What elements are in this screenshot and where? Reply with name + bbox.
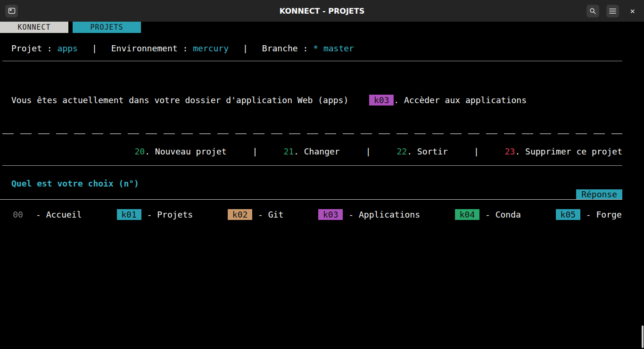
status-line: Projet : apps|Environnement : mercury|Br… [11, 43, 644, 54]
divider-line [2, 165, 622, 166]
status-label: Branche : [262, 43, 313, 53]
window-header: KONNECT - PROJETS ✕ [0, 0, 644, 22]
menu-option: 20. Nouveau projet [135, 146, 227, 156]
tab-projets[interactable]: PROJETS [73, 22, 141, 33]
message-text: Vous êtes actuellement dans votre dossie… [11, 95, 348, 105]
tab-bar: KONNECTPROJETS [0, 22, 644, 33]
status-value: mercury [193, 43, 229, 53]
shortcut-item: k03- Applications [318, 209, 420, 220]
shortcut-item: 00- Accueil [6, 209, 82, 220]
shortcut-label: - Applications [348, 210, 420, 219]
tab-konnect[interactable]: KONNECT [0, 22, 68, 33]
hamburger-icon [609, 8, 616, 14]
shortcut-key: k05 [556, 209, 580, 220]
shortcut-item: k05- Forge [556, 209, 622, 220]
shortcut-key: k04 [455, 209, 479, 220]
status-value: * master [313, 43, 354, 53]
message-text: . Accèder aux applications [394, 95, 527, 105]
status-value: apps [58, 43, 78, 53]
menu-option: 21. Changer [283, 146, 339, 156]
menu-number: 21 [283, 146, 294, 156]
response-badge[interactable]: Réponse [576, 189, 622, 199]
prompt-question: Quel est votre choix (n°) [11, 178, 644, 189]
menu-label: . Nouveau projet [145, 146, 226, 156]
menu-label: . Supprimer ce projet [515, 146, 622, 156]
menu-number: 20 [135, 146, 145, 156]
shortcut-label: - Conda [485, 210, 521, 219]
separator: | [243, 43, 248, 53]
separator: | [366, 146, 371, 156]
close-icon: ✕ [630, 7, 635, 15]
response-line: Réponse [0, 189, 622, 200]
shortcut-key: k03 [318, 209, 343, 220]
header-actions: ✕ [586, 5, 639, 17]
menu-number: 23 [505, 146, 515, 156]
app-icon-button[interactable] [5, 5, 18, 17]
menu-label: . Sortir [407, 146, 448, 156]
terminal-screen[interactable]: Projet : apps|Environnement : mercury|Br… [0, 43, 644, 220]
separator: | [92, 43, 97, 53]
shortcut-key: 00 [6, 209, 30, 220]
shortcuts-row: 00- Accueilk01- Projetsk02- Gitk03- Appl… [6, 209, 644, 220]
menu-option: 23. Supprimer ce projet [505, 146, 622, 156]
search-button[interactable] [586, 5, 599, 17]
shortcut-key: k01 [117, 209, 141, 220]
shortcut-key: k02 [228, 209, 252, 220]
menu-label: . Changer [294, 146, 340, 156]
shortcut-label: - Forge [586, 210, 622, 219]
shortcut-label: - Accueil [36, 210, 82, 219]
menu-option: 22. Sortir [397, 146, 448, 156]
shortcut-label: - Git [258, 210, 283, 219]
menu-line: 20. Nouveau projet|21. Changer|22. Sorti… [0, 146, 622, 157]
scrollbar-thumb[interactable] [642, 325, 644, 348]
separator: | [253, 146, 258, 156]
close-button[interactable]: ✕ [626, 5, 639, 17]
menu-button[interactable] [606, 5, 619, 17]
shortcut-item: k02- Git [228, 209, 283, 220]
menu-number: 22 [397, 146, 407, 156]
separator: | [474, 146, 479, 156]
shortcut-label: - Projets [147, 210, 193, 219]
search-icon [589, 8, 596, 15]
message-line: Vous êtes actuellement dans votre dossie… [11, 95, 644, 106]
shortcut-item: k01- Projets [117, 209, 193, 220]
window-title: KONNECT - PROJETS [0, 7, 644, 16]
shortcut-item: k04- Conda [455, 209, 521, 220]
status-label: Projet : [11, 43, 58, 53]
divider-line [2, 61, 622, 61]
dashed-divider [2, 133, 622, 134]
terminal-app-icon [8, 7, 16, 15]
k03-badge: k03 [369, 95, 394, 106]
status-label: Environnement : [111, 43, 193, 53]
